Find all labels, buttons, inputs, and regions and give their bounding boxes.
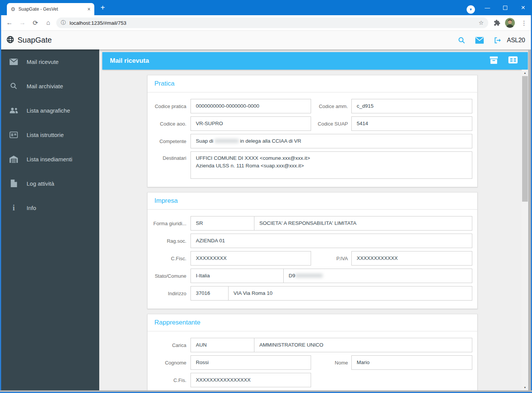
carica-code-field[interactable]: AUN <box>191 338 254 352</box>
minimize-button[interactable]: — <box>478 0 496 15</box>
forma-giuridica-code-field[interactable]: SR <box>191 216 254 231</box>
cap-field[interactable]: 37016 <box>191 286 229 301</box>
field-row: Cognome Rossi Nome Mario <box>148 355 477 370</box>
field-row: C.Fisc. XXXXXXXXX P.IVA XXXXXXXXXXXX <box>148 251 477 266</box>
sidebar-item-label: Info <box>27 205 36 211</box>
carica-desc-field[interactable]: AMMINISTRATORE UNICO <box>254 338 472 352</box>
url-text[interactable]: localhost:1235/#mail/753 <box>70 20 479 26</box>
main-content: Mail ricevuta Pratica Codice pratica 000… <box>99 49 532 393</box>
browser-window: ⚙ SuapGate - GesVet × + ▼ — ✕ ← → ⟳ ⌂ ⓘ … <box>0 0 532 393</box>
maximize-icon <box>503 6 507 10</box>
browser-toolbar: ← → ⟳ ⌂ ⓘ localhost:1235/#mail/753 ☆ ⋮ <box>0 15 532 31</box>
competente-prefix: Suap di <box>196 138 215 144</box>
sidebar-item-label: Lista istruttorie <box>27 132 64 138</box>
field-row: Competente Suap di XXXXXXX in delega all… <box>148 134 477 148</box>
people-icon <box>9 107 19 114</box>
field-row: Destinatari UFFICI COMUNE DI XXXX <comun… <box>148 151 477 179</box>
codice-amm-field[interactable]: c_d915 <box>351 99 472 113</box>
destinatario-line: Azienda ULSS n. 111 Roma <suap.xxx@xxx.i… <box>196 162 467 170</box>
address-bar[interactable]: ⓘ localhost:1235/#mail/753 ☆ <box>56 18 488 28</box>
sidebar-item-lista-anagrafiche[interactable]: Lista anagrafiche <box>0 98 99 123</box>
field-row: Carica AUN AMMINISTRATORE UNICO <box>148 338 477 352</box>
app-title: SuapGate <box>17 36 52 45</box>
codice-fiscale-field[interactable]: XXXXXXXXX <box>191 251 311 266</box>
gear-favicon-icon: ⚙ <box>11 6 16 12</box>
sidebar-item-info[interactable]: i Info <box>0 196 99 220</box>
list-card-icon <box>9 132 19 138</box>
browser-update-icon[interactable]: ▼ <box>467 5 475 14</box>
sidebar-item-mail-ricevute[interactable]: Mail ricevute <box>0 49 99 74</box>
magnifier-icon <box>9 82 19 90</box>
forma-giuridica-desc-field[interactable]: SOCIETA' A RESPONSABILITA' LIMITATA <box>254 216 472 231</box>
codice-aoo-field[interactable]: VR-SUPRO <box>191 116 311 131</box>
window-frame-left <box>0 15 1 393</box>
header-actions: ASL20 <box>448 37 525 44</box>
close-button[interactable]: ✕ <box>514 0 532 15</box>
sidebar-item-log-attivita[interactable]: Log attività <box>0 171 99 196</box>
field-row: Codice pratica 0000000000-0000000-0000 C… <box>148 99 477 113</box>
ragione-sociale-field[interactable]: AZIENDA 01 <box>191 234 472 248</box>
section-impresa: Impresa Forma giuridi... SR SOCIETA' A R… <box>147 192 478 309</box>
scroll-area: Pratica Codice pratica 0000000000-000000… <box>99 70 526 390</box>
destinatari-field[interactable]: UFFICI COMUNE DI XXXX <comune.xxx@xxx.it… <box>191 151 472 179</box>
codice-pratica-label: Codice pratica <box>148 103 191 109</box>
site-info-icon[interactable]: ⓘ <box>61 19 66 26</box>
forward-icon[interactable]: → <box>16 19 29 27</box>
sidebar-item-lista-istruttorie[interactable]: Lista istruttorie <box>0 123 99 147</box>
home-icon[interactable]: ⌂ <box>42 19 55 27</box>
sidebar-item-lista-insediamenti[interactable]: Lista insediamenti <box>0 147 99 171</box>
profile-avatar[interactable] <box>505 18 515 28</box>
browser-tab[interactable]: ⚙ SuapGate - GesVet × <box>7 3 94 15</box>
scroll-up-icon[interactable]: ▲ <box>522 70 528 76</box>
bookmark-star-icon[interactable]: ☆ <box>479 19 484 26</box>
sidebar-item-label: Lista anagrafiche <box>27 107 70 114</box>
piva-label: P.IVA <box>311 256 351 261</box>
redacted-text: XXXXXXX <box>215 134 239 148</box>
document-icon <box>9 180 19 187</box>
extensions-puzzle-icon[interactable] <box>494 19 500 26</box>
sidebar-item-label: Lista insediamenti <box>27 156 72 162</box>
scrollbar-thumb[interactable] <box>522 76 528 202</box>
tab-title: SuapGate - GesVet <box>19 6 85 12</box>
panel-header: Mail ricevuta <box>102 52 528 70</box>
new-tab-button[interactable]: + <box>97 2 108 13</box>
warehouse-icon <box>9 156 19 163</box>
codice-amm-label: Codice amm. <box>311 103 351 109</box>
section-rappresentante: Rappresentante Carica AUN AMMINISTRATORE… <box>147 314 478 390</box>
sidebar-item-mail-archiviate[interactable]: Mail archiviate <box>0 74 99 98</box>
logged-user-label[interactable]: ASL20 <box>507 37 525 44</box>
codice-aoo-label: Codice aoo. <box>148 121 191 127</box>
piva-field[interactable]: XXXXXXXXXXXX <box>351 251 472 266</box>
section-title: Rappresentante <box>148 314 477 331</box>
section-title: Pratica <box>148 75 477 92</box>
browser-menu-icon[interactable]: ⋮ <box>521 19 527 27</box>
codice-suap-field[interactable]: 5414 <box>351 116 472 131</box>
logout-icon[interactable] <box>494 37 502 44</box>
cognome-field[interactable]: Rossi <box>191 355 311 370</box>
section-pratica: Pratica Codice pratica 0000000000-000000… <box>147 75 478 187</box>
info-icon: i <box>9 204 19 212</box>
destinatari-label: Destinatari <box>148 151 191 161</box>
detail-list-icon[interactable] <box>508 56 518 65</box>
field-row: Codice aoo. VR-SUPRO Codice SUAP 5414 <box>148 116 477 131</box>
scroll-down-icon[interactable]: ▼ <box>522 384 528 390</box>
search-icon[interactable] <box>458 37 465 44</box>
archive-icon[interactable] <box>490 56 498 65</box>
mail-icon[interactable] <box>475 37 484 44</box>
stato-comune-label: Stato/Comune <box>148 273 191 279</box>
maximize-button[interactable] <box>496 0 514 15</box>
back-icon[interactable]: ← <box>3 19 16 27</box>
nome-field[interactable]: Mario <box>351 355 472 370</box>
tab-close-icon[interactable]: × <box>87 6 91 12</box>
cfis-field[interactable]: XXXXXXXXXXXXXXXX <box>191 373 311 387</box>
field-row: Stato/Comune I-Italia D9XXXXXXXX <box>148 269 477 283</box>
competente-field[interactable]: Suap di XXXXXXX in delega alla CCIAA di … <box>191 134 472 148</box>
reload-icon[interactable]: ⟳ <box>29 19 42 27</box>
comune-field[interactable]: D9XXXXXXXX <box>283 269 472 283</box>
codice-pratica-field[interactable]: 0000000000-0000000-0000 <box>191 99 311 113</box>
via-field[interactable]: VIA Via Roma 10 <box>228 286 472 301</box>
vertical-scrollbar[interactable]: ▲ ▼ <box>522 70 528 390</box>
stato-field[interactable]: I-Italia <box>191 269 284 283</box>
field-row: Indirizzo 37016 VIA Via Roma 10 <box>148 286 477 301</box>
forma-giuridica-label: Forma giuridi... <box>148 221 191 226</box>
